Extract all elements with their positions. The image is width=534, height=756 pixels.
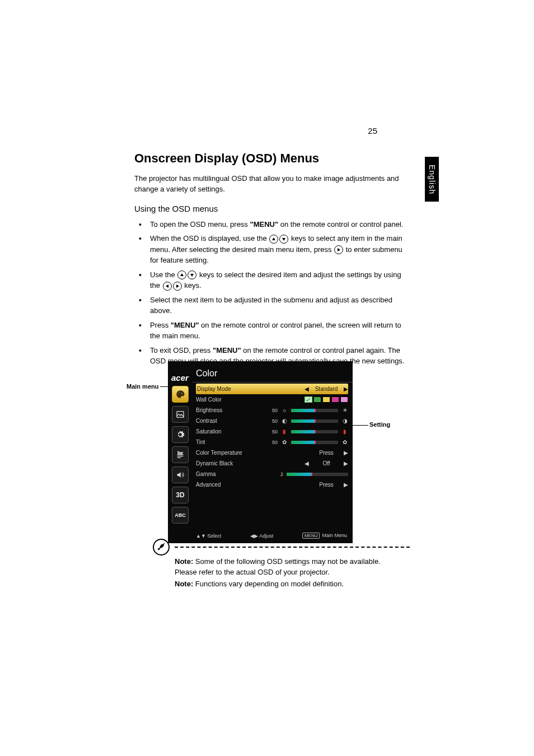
down-key-icon bbox=[279, 235, 288, 244]
row-value: 50 bbox=[270, 408, 278, 413]
osd-row-dynamic-black[interactable]: Dynamic Black ◀Off▶ bbox=[196, 458, 348, 469]
brand-logo: acer bbox=[168, 371, 193, 382]
osd-row-contrast[interactable]: Contrast 50◐◑ bbox=[196, 416, 348, 426]
sidebar-image-icon[interactable] bbox=[172, 406, 189, 423]
sidebar-audio-icon[interactable] bbox=[172, 466, 189, 483]
osd-row-gamma[interactable]: Gamma 2 bbox=[196, 469, 348, 479]
osd-row-brightness[interactable]: Brightness 50☼☀ bbox=[196, 405, 348, 416]
left-arrow-icon[interactable]: ◀ bbox=[305, 460, 309, 466]
osd-row-display-mode[interactable]: Display Mode ◀Standard▶ bbox=[196, 384, 348, 394]
callout-setting: Setting bbox=[369, 421, 390, 428]
slider[interactable] bbox=[291, 419, 338, 423]
bright-icon: ☀ bbox=[341, 407, 348, 413]
right-arrow-icon[interactable]: ▶ bbox=[344, 386, 348, 392]
footer-select: ▲▼ Select bbox=[196, 533, 221, 539]
list-item: Press "MENU" on the remote control or co… bbox=[134, 320, 409, 342]
text: To open the OSD menu, press bbox=[150, 220, 250, 228]
right-arrow-icon[interactable]: ▶ bbox=[344, 450, 348, 456]
footer-menu: MENUMain Menu bbox=[302, 533, 347, 539]
contrast-low-icon: ◐ bbox=[281, 418, 288, 424]
text: To exit OSD, press bbox=[150, 346, 213, 354]
sidebar-management-icon[interactable] bbox=[172, 446, 189, 463]
swatch[interactable] bbox=[331, 396, 339, 403]
section-subheading: Using the OSD menus bbox=[134, 204, 409, 213]
note-text: Functions vary depending on model defini… bbox=[193, 580, 344, 588]
sidebar-language-icon[interactable]: ABC bbox=[172, 507, 189, 524]
osd-title: Color bbox=[193, 368, 353, 382]
sidebar-color-icon[interactable] bbox=[172, 386, 189, 403]
dim-icon: ☼ bbox=[281, 407, 288, 413]
sidebar-3d-icon[interactable]: 3D bbox=[172, 487, 189, 503]
slider[interactable] bbox=[291, 441, 338, 444]
svg-point-0 bbox=[178, 393, 179, 394]
page-number: 25 bbox=[368, 126, 377, 136]
swatch[interactable] bbox=[322, 396, 330, 403]
note-label: Note: bbox=[175, 557, 193, 566]
note-text: Some of the following OSD settings may n… bbox=[175, 557, 381, 576]
color-swatches bbox=[305, 396, 348, 403]
right-key-icon bbox=[334, 245, 343, 254]
contrast-high-icon: ◑ bbox=[341, 418, 348, 424]
text: When the OSD is displayed, use the bbox=[150, 234, 269, 242]
swatch[interactable] bbox=[340, 396, 348, 403]
sat-high-icon: ▮ bbox=[341, 428, 348, 435]
swatch[interactable] bbox=[313, 396, 321, 403]
language-tab-label: English bbox=[428, 165, 437, 194]
menu-key-label: "MENU" bbox=[213, 346, 241, 354]
list-item: Use the keys to select the desired item … bbox=[134, 269, 409, 291]
row-value: Press bbox=[312, 450, 340, 456]
text: Adjust bbox=[259, 533, 273, 539]
row-value: 2 bbox=[275, 472, 283, 477]
text: Use the bbox=[150, 270, 177, 279]
list-item: To open the OSD menu, press "MENU" on th… bbox=[134, 219, 409, 230]
list-item: Select the next item to be adjusted in t… bbox=[134, 295, 409, 316]
osd-row-tint[interactable]: Tint 50✿✿ bbox=[196, 437, 348, 447]
right-arrow-icon[interactable]: ▶ bbox=[344, 482, 348, 488]
text: on the remote control or control panel. bbox=[278, 220, 403, 228]
row-value: Press bbox=[312, 482, 340, 488]
text: Select bbox=[207, 533, 221, 539]
osd-sidebar: 3D ABC bbox=[168, 382, 193, 529]
osd-footer: ▲▼ Select ◀▶ Adjust MENUMain Menu bbox=[168, 529, 353, 543]
swatch-selected[interactable] bbox=[305, 396, 312, 403]
slider[interactable] bbox=[291, 430, 338, 433]
menu-key-label: "MENU" bbox=[250, 220, 278, 228]
osd-row-wall-color[interactable]: Wall Color bbox=[196, 394, 348, 405]
callout-line bbox=[160, 386, 168, 387]
menu-key-label: "MENU" bbox=[171, 321, 199, 329]
row-value: Off bbox=[312, 460, 340, 466]
row-label: Advanced bbox=[196, 482, 257, 488]
svg-point-2 bbox=[181, 392, 182, 393]
notes-block: Note: Some of the following OSD settings… bbox=[175, 557, 399, 591]
row-value: 50 bbox=[270, 440, 278, 445]
sidebar-settings-icon[interactable] bbox=[172, 426, 189, 443]
tint-low-icon: ✿ bbox=[281, 439, 288, 445]
text: keys. bbox=[184, 281, 201, 290]
row-label: Tint bbox=[196, 439, 257, 445]
slider[interactable] bbox=[291, 409, 338, 412]
osd-row-advanced[interactable]: Advanced Press▶ bbox=[196, 479, 348, 490]
left-key-icon bbox=[163, 282, 172, 291]
row-label: Saturation bbox=[196, 428, 257, 435]
osd-row-saturation[interactable]: Saturation 50▮▮ bbox=[196, 426, 348, 437]
svg-point-1 bbox=[179, 392, 180, 393]
row-label: Gamma bbox=[196, 471, 257, 477]
row-label: Display Mode bbox=[197, 386, 259, 392]
left-arrow-icon[interactable]: ◀ bbox=[305, 386, 309, 392]
intro-text: The projector has multilingual OSD that … bbox=[134, 174, 409, 195]
row-label: Color Temperature bbox=[196, 450, 257, 456]
sat-low-icon: ▮ bbox=[281, 428, 288, 435]
up-key-icon bbox=[269, 235, 278, 244]
menu-chip: MENU bbox=[302, 533, 320, 539]
osd-screenshot: acer Color 3D ABC Display Mode ◀Standard… bbox=[168, 361, 353, 543]
right-arrow-icon[interactable]: ▶ bbox=[344, 460, 348, 466]
footer-adjust: ◀▶ Adjust bbox=[250, 533, 273, 539]
page-title: Onscreen Display (OSD) Menus bbox=[134, 151, 409, 166]
osd-row-color-temp[interactable]: Color Temperature Press▶ bbox=[196, 447, 348, 458]
text: Main Menu bbox=[322, 533, 347, 538]
text: Press bbox=[150, 321, 171, 329]
slider[interactable] bbox=[287, 473, 348, 476]
osd-submenu: Display Mode ◀Standard▶ Wall Color bbox=[193, 382, 353, 529]
language-tab: English bbox=[425, 157, 439, 202]
row-value: 50 bbox=[270, 418, 278, 424]
